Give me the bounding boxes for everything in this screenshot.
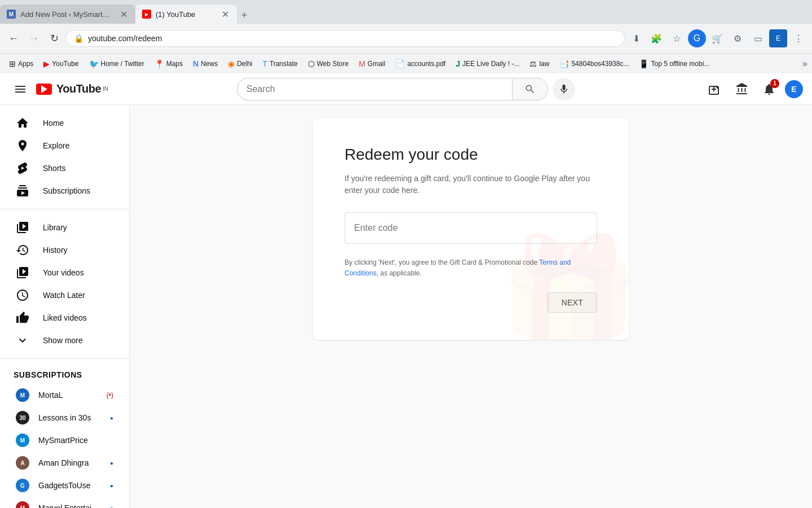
aman-dot: ● xyxy=(110,460,113,466)
omnibar-actions: ⬇ 🧩 ☆ G 🛒 ⚙ ▭ E ⋮ xyxy=(627,29,807,47)
library-icon xyxy=(16,221,29,234)
bookmark-gmail[interactable]: M Gmail xyxy=(354,57,390,71)
history-icon xyxy=(16,243,29,257)
user-account-icon[interactable]: E xyxy=(769,29,787,47)
sidebar-item-home[interactable]: Home xyxy=(2,112,127,134)
tab-2-favicon: ▶ xyxy=(142,10,151,19)
subscription-aman[interactable]: A Aman Dhingra ● xyxy=(2,452,127,474)
new-tab-button[interactable]: + xyxy=(237,7,252,24)
bookmark-jee[interactable]: J JEE Live Daily ! -... xyxy=(451,57,524,71)
search-button[interactable] xyxy=(512,78,548,100)
browser-chrome: M Add New Post ‹ MySmartPrice ✕ ▶ (1) Yo… xyxy=(0,0,812,73)
address-bar[interactable]: 🔒 youtube.com/redeem xyxy=(65,30,625,47)
bookmark-twitter-label: Home / Twitter xyxy=(101,60,144,68)
bookmark-law-label: law xyxy=(539,60,549,68)
your-videos-label: Your videos xyxy=(43,268,84,277)
maps-favicon: 📍 xyxy=(155,59,164,68)
next-button[interactable]: NEXT xyxy=(548,292,597,313)
sidebar: Home Explore Shorts Subscriptions xyxy=(0,105,130,508)
subscription-mortal[interactable]: M MortaL (•) xyxy=(2,384,127,406)
youtube-logo[interactable]: YouTubeIN xyxy=(36,82,108,95)
apps-icon: ⊞ xyxy=(9,59,16,68)
marvel-avatar: M xyxy=(16,501,29,508)
lock-icon: 🔒 xyxy=(74,34,83,43)
tab-bar: M Add New Post ‹ MySmartPrice ✕ ▶ (1) Yo… xyxy=(0,0,812,24)
code-input[interactable] xyxy=(345,212,597,244)
bookmarks-bar: ⊞ Apps ▶ YouTube 🐦 Home / Twitter 📍 Maps… xyxy=(0,53,812,73)
top5-favicon: 📱 xyxy=(639,59,648,68)
search-input[interactable] xyxy=(237,78,512,100)
bookmark-maps-label: Maps xyxy=(166,60,183,68)
bookmark-maps[interactable]: 📍 Maps xyxy=(150,57,187,71)
sidebar-item-subscriptions[interactable]: Subscriptions xyxy=(2,179,127,202)
sidebar-divider-1 xyxy=(0,209,129,209)
shorts-icon xyxy=(16,161,29,175)
forward-button[interactable]: → xyxy=(25,29,43,47)
tab-1-close[interactable]: ✕ xyxy=(118,9,129,19)
sidebar-item-library[interactable]: Library xyxy=(2,216,127,239)
webstore-favicon: ⬡ xyxy=(308,59,315,68)
download-icon[interactable]: ⬇ xyxy=(627,29,645,47)
profile-icon[interactable]: G xyxy=(688,29,706,47)
bookmark-youtube[interactable]: ▶ YouTube xyxy=(39,57,83,71)
tab-2[interactable]: ▶ (1) YouTube ✕ xyxy=(135,5,237,24)
menu-button[interactable] xyxy=(9,78,32,100)
gadgets-name: GadgetsToUse xyxy=(38,481,101,490)
bookmark-translate[interactable]: T Translate xyxy=(258,57,302,71)
avatar[interactable]: E xyxy=(785,80,803,98)
bookmark-accounts-label: accounts.pdf xyxy=(407,60,445,68)
extensions-manage-icon[interactable]: ⚙ xyxy=(729,29,747,47)
bookmark-delhi-label: Delhi xyxy=(237,60,252,68)
sidebar-item-shorts[interactable]: Shorts xyxy=(2,157,127,179)
bookmark-apps[interactable]: ⊞ Apps xyxy=(5,57,38,71)
cart-icon[interactable]: 🛒 xyxy=(708,29,726,47)
tab-1-title: Add New Post ‹ MySmartPrice xyxy=(20,10,114,19)
tab-1[interactable]: M Add New Post ‹ MySmartPrice ✕ xyxy=(0,5,135,24)
sidebar-divider-2 xyxy=(0,358,129,359)
youtube-logo-icon xyxy=(36,84,52,95)
bookmark-54804[interactable]: 📑 54804bos43938c... xyxy=(555,57,633,71)
mic-button[interactable] xyxy=(553,78,575,100)
bookmarks-more-icon[interactable]: » xyxy=(802,59,807,69)
sidebar-item-show-more[interactable]: Show more xyxy=(2,329,127,352)
subscription-marvel[interactable]: M Marvel Entertainm... ● xyxy=(2,497,127,508)
sidebar-item-history[interactable]: History xyxy=(2,239,127,261)
create-video-button[interactable] xyxy=(704,78,726,100)
bookmark-jee-label: JEE Live Daily ! -... xyxy=(462,60,519,68)
notifications-button[interactable]: 1 xyxy=(758,78,780,100)
sidebar-item-explore[interactable]: Explore xyxy=(2,134,127,157)
sidebar-item-your-videos[interactable]: Your videos xyxy=(2,261,127,284)
redeem-card: 🎁 Redeem your code If you're redeeming a… xyxy=(313,119,629,340)
subscription-gadgets[interactable]: G GadgetsToUse ● xyxy=(2,474,127,497)
apps-button[interactable] xyxy=(731,78,753,100)
reload-button[interactable]: ↻ xyxy=(45,29,63,47)
bookmark-law[interactable]: ⚖ law xyxy=(525,57,554,71)
bookmark-icon[interactable]: ☆ xyxy=(668,29,686,47)
extensions-icon[interactable]: 🧩 xyxy=(647,29,665,47)
youtube-favicon: ▶ xyxy=(43,59,50,68)
menu-dots-icon[interactable]: ⋮ xyxy=(789,29,807,47)
accounts-favicon: 📄 xyxy=(395,59,405,68)
explore-icon xyxy=(16,139,29,152)
bookmark-delhi[interactable]: ◉ Delhi xyxy=(223,57,257,71)
redeem-description: If you're redeeming a gift card, you'll … xyxy=(345,173,597,196)
bookmark-news[interactable]: N News xyxy=(188,57,222,71)
history-label: History xyxy=(43,246,68,255)
sidebar-item-liked-videos[interactable]: Liked videos xyxy=(2,306,127,329)
library-label: Library xyxy=(43,223,67,232)
bookmark-accounts[interactable]: 📄 accounts.pdf xyxy=(391,57,450,71)
sidebar-item-watch-later[interactable]: Watch Later xyxy=(2,284,127,306)
bookmark-twitter[interactable]: 🐦 Home / Twitter xyxy=(85,57,149,71)
sidebar-icon[interactable]: ▭ xyxy=(749,29,767,47)
back-button[interactable]: ← xyxy=(5,29,23,47)
youtube-body: Home Explore Shorts Subscriptions xyxy=(0,105,812,508)
notification-count: 1 xyxy=(770,79,779,88)
subscription-mysmartprice[interactable]: M MySmartPrice xyxy=(2,429,127,452)
marvel-name: Marvel Entertainm... xyxy=(38,503,101,508)
subscription-lessons30s[interactable]: 30 Lessons in 30s ● xyxy=(2,406,127,429)
watch-later-label: Watch Later xyxy=(43,291,85,300)
tab-2-close[interactable]: ✕ xyxy=(220,9,230,19)
bookmark-top5[interactable]: 📱 Top 5 offline mobi... xyxy=(634,57,714,71)
bookmark-webstore[interactable]: ⬡ Web Store xyxy=(303,57,353,71)
gadgets-avatar: G xyxy=(16,479,29,492)
